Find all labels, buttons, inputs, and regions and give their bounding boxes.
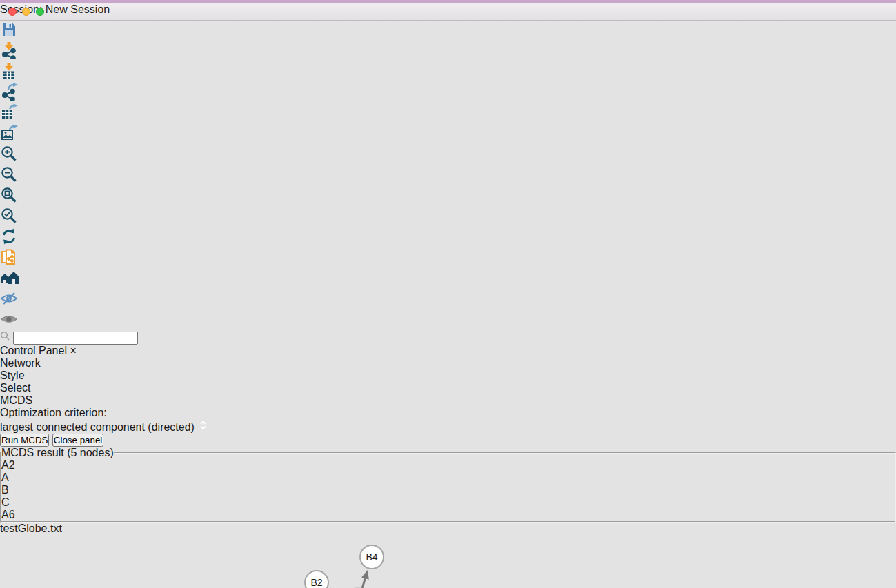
- refresh-icon: [0, 236, 18, 247]
- save-icon: [0, 29, 18, 41]
- network-window-titlebar[interactable]: testGlobe.txt: [0, 523, 896, 535]
- zoom-in-icon: [0, 153, 18, 165]
- search-box: [0, 331, 896, 345]
- export-network-button[interactable]: [0, 83, 896, 103]
- main-toolbar: [0, 0, 896, 345]
- minimize-window-button[interactable]: [22, 8, 30, 16]
- tab-network[interactable]: Network: [0, 357, 896, 369]
- network-from-file-button[interactable]: [0, 248, 896, 269]
- eye-icon: [0, 318, 18, 330]
- session-title: Session: New Session: [0, 3, 110, 15]
- network-node-B4[interactable]: B4: [360, 545, 384, 569]
- zoom-selected-button[interactable]: [0, 207, 896, 227]
- close-panel-button-mcds[interactable]: Close panel: [52, 434, 103, 447]
- mcds-result-list[interactable]: A2ABCA6: [1, 459, 895, 521]
- result-item[interactable]: A6: [1, 509, 895, 521]
- hide-graphics-button[interactable]: [0, 290, 896, 310]
- control-panel-tabs: NetworkStyleSelectMCDS: [0, 357, 896, 407]
- network-window-title: testGlobe.txt: [0, 523, 62, 534]
- result-item[interactable]: A: [1, 472, 895, 484]
- export-table-button[interactable]: [0, 103, 896, 124]
- network-node-B2[interactable]: B2: [305, 571, 328, 588]
- zoom-in-button[interactable]: [0, 145, 896, 165]
- network-canvas-container: B4B2BB3A8A5A6A3B1AC2A1A2A4A7C4CC1C3DD1: [0, 535, 896, 588]
- refresh-button[interactable]: [0, 227, 896, 248]
- zoom-selected-icon: [0, 215, 18, 227]
- close-panel-button[interactable]: ×: [70, 345, 76, 356]
- home-button[interactable]: [0, 269, 896, 290]
- close-window-button[interactable]: [8, 8, 17, 16]
- mcds-panel: Optimization criterion: largest connecte…: [0, 407, 896, 523]
- tab-mcds[interactable]: MCDS: [0, 394, 896, 407]
- optimization-criterion-label: Optimization criterion:: [0, 407, 896, 419]
- tab-select[interactable]: Select: [0, 382, 896, 394]
- import-network-button[interactable]: [0, 41, 896, 62]
- mcds-result-title: MCDS result (5 nodes): [1, 447, 114, 459]
- result-item[interactable]: A2: [1, 459, 895, 472]
- home-icon: [0, 277, 19, 289]
- zoom-out-button[interactable]: [0, 165, 896, 186]
- export-image-button[interactable]: [0, 124, 896, 145]
- control-panel-header: Control Panel ×: [0, 345, 896, 357]
- select-stepper-icon: [197, 421, 209, 433]
- tab-style[interactable]: Style: [0, 369, 896, 382]
- export-network-icon: [0, 91, 18, 103]
- network-zoom-button[interactable]: [0, 4, 8, 12]
- search-icon: [0, 331, 10, 341]
- import-network-icon: [0, 50, 18, 61]
- app-titlebar: Session: New Session: [0, 3, 896, 21]
- network-file-icon: [0, 256, 18, 268]
- svg-text:B2: B2: [310, 577, 322, 588]
- optimization-criterion-select[interactable]: largest connected component (directed): [0, 419, 896, 434]
- network-canvas[interactable]: B4B2BB3A8A5A6A3B1AC2A1A2A4A7C4CC1C3DD1: [0, 535, 613, 588]
- mcds-result-group: MCDS result (5 nodes) A2ABCA6: [0, 447, 896, 523]
- zoom-fit-icon: [0, 194, 18, 206]
- import-table-icon: [0, 70, 18, 82]
- svg-text:B4: B4: [366, 551, 377, 562]
- save-session-button[interactable]: [0, 21, 896, 41]
- show-graphics-button[interactable]: [0, 310, 896, 331]
- result-item[interactable]: B: [1, 484, 895, 496]
- control-panel: Control Panel × NetworkStyleSelectMCDS O…: [0, 345, 896, 523]
- run-mcds-button[interactable]: Run MCDS: [0, 434, 49, 447]
- export-image-icon: [0, 132, 18, 144]
- criterion-selected-value: largest connected component (directed): [0, 421, 195, 433]
- export-table-icon: [0, 112, 18, 123]
- search-input[interactable]: [13, 332, 138, 345]
- result-item[interactable]: C: [1, 496, 895, 509]
- zoom-window-button[interactable]: [36, 8, 44, 16]
- network-view-window: testGlobe.txt B4B2BB3A8A5A6A3B1AC2A1A2A4…: [0, 523, 896, 588]
- eye-slash-icon: [0, 298, 18, 310]
- edge-B-B4[interactable]: [358, 571, 368, 588]
- import-table-button[interactable]: [0, 62, 896, 83]
- zoom-fit-button[interactable]: [0, 186, 896, 207]
- zoom-out-icon: [0, 174, 18, 185]
- control-panel-title: Control Panel: [0, 345, 67, 356]
